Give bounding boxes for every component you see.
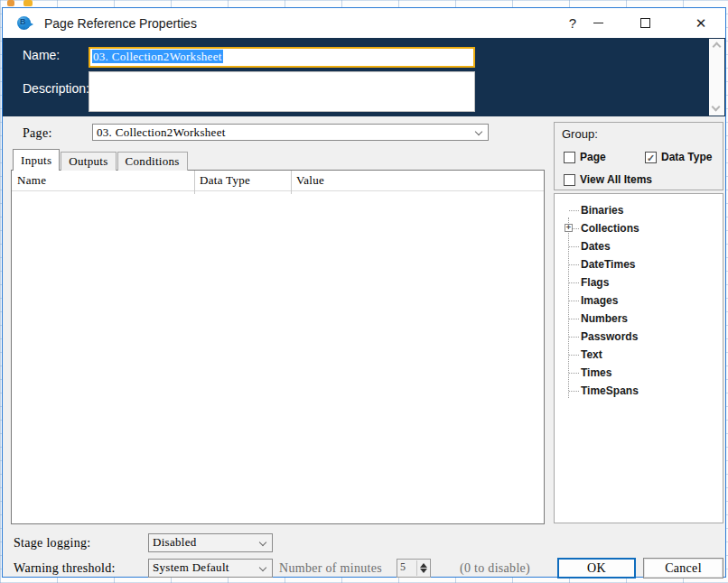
tree-item-collections[interactable]: +Collections bbox=[555, 219, 723, 237]
checkbox-checked-icon[interactable]: ✓ bbox=[645, 152, 657, 163]
tree-item-numbers[interactable]: Numbers bbox=[555, 310, 723, 328]
inputs-list[interactable]: Name Data Type Value bbox=[11, 170, 545, 524]
name-label: Name: bbox=[23, 48, 60, 62]
tree-item-times[interactable]: Times bbox=[555, 364, 723, 382]
window-title: Page Reference Properties bbox=[44, 16, 197, 31]
tree-item-binaries[interactable]: Binaries bbox=[555, 201, 723, 219]
cancel-button[interactable]: Cancel bbox=[643, 558, 723, 578]
group-panel: Group: Page ✓ Data Type View All Items bbox=[554, 122, 723, 190]
expand-icon[interactable]: + bbox=[565, 224, 573, 232]
stage-logging-dropdown[interactable]: Disabled bbox=[148, 533, 273, 552]
help-button[interactable]: ? bbox=[561, 15, 584, 31]
description-textarea[interactable] bbox=[89, 71, 475, 112]
tree-item-flags[interactable]: Flags bbox=[555, 273, 723, 292]
blue-prism-page-icon bbox=[17, 16, 35, 31]
list-header: Name Data Type Value bbox=[12, 171, 544, 191]
column-divider bbox=[291, 171, 292, 194]
spinner-down-icon[interactable] bbox=[420, 569, 427, 573]
close-button[interactable]: ✕ bbox=[686, 15, 716, 32]
chevron-down-icon bbox=[259, 539, 266, 546]
warning-threshold-dropdown[interactable]: System Default bbox=[148, 559, 273, 578]
background-toolbar-fragment bbox=[23, 0, 33, 6]
page-dropdown[interactable]: 03. Collection2Worksheet bbox=[92, 124, 489, 141]
description-label: Description: bbox=[23, 81, 89, 96]
minutes-value: 5 bbox=[400, 560, 406, 574]
tab-strip: Inputs Outputs Conditions bbox=[13, 149, 189, 171]
group-title: Group: bbox=[562, 127, 598, 141]
tree-item-datetimes[interactable]: DateTimes bbox=[555, 255, 723, 273]
checkbox-page-label: Page bbox=[580, 151, 606, 163]
column-header-data-type[interactable]: Data Type bbox=[200, 173, 250, 188]
stage-logging-label: Stage logging: bbox=[14, 536, 90, 551]
tab-outputs[interactable]: Outputs bbox=[61, 152, 116, 171]
stage-logging-value: Disabled bbox=[153, 535, 197, 549]
column-header-value[interactable]: Value bbox=[296, 173, 324, 188]
tree-item-passwords[interactable]: Passwords bbox=[555, 328, 723, 346]
tab-inputs[interactable]: Inputs bbox=[13, 149, 60, 171]
checkbox-view-all-items[interactable]: View All Items bbox=[564, 173, 652, 186]
chevron-down-icon bbox=[259, 564, 266, 571]
tree-item-timespans[interactable]: TimeSpans bbox=[555, 382, 723, 400]
data-items-tree[interactable]: Binaries +Collections Dates DateTimes Fl… bbox=[554, 193, 723, 523]
checkbox-icon[interactable] bbox=[564, 152, 575, 163]
ok-button[interactable]: OK bbox=[557, 558, 636, 578]
tree-item-dates[interactable]: Dates bbox=[555, 237, 723, 255]
page-label: Page: bbox=[23, 126, 52, 141]
checkbox-view-all-items-label: View All Items bbox=[580, 173, 652, 186]
spinner-up-icon[interactable] bbox=[420, 563, 427, 568]
page-dropdown-value: 03. Collection2Worksheet bbox=[97, 125, 226, 139]
warning-threshold-value: System Default bbox=[153, 560, 229, 574]
maximize-icon bbox=[640, 18, 650, 28]
chevron-down-icon bbox=[475, 128, 482, 135]
warning-threshold-label: Warning threshold: bbox=[14, 561, 116, 576]
column-divider bbox=[194, 171, 195, 194]
scroll-down-icon[interactable] bbox=[712, 103, 721, 112]
zero-to-disable-hint: (0 to disable) bbox=[460, 561, 530, 576]
checkbox-page[interactable]: Page bbox=[564, 151, 606, 163]
description-scrollbar[interactable] bbox=[709, 39, 724, 116]
tab-conditions[interactable]: Conditions bbox=[117, 152, 188, 171]
header-band: Name: 03. Collection2Worksheet Descripti… bbox=[3, 38, 725, 116]
number-of-minutes-label: Number of minutes bbox=[279, 561, 382, 576]
minutes-spinner[interactable]: 5 bbox=[397, 559, 431, 578]
page-reference-properties-dialog: Page Reference Properties ? ✕ Name: 03. … bbox=[2, 7, 726, 578]
background-toolbar-fragment bbox=[7, 0, 14, 6]
checkbox-data-type-label: Data Type bbox=[661, 151, 712, 163]
spinner-buttons[interactable] bbox=[416, 560, 429, 576]
minimize-button[interactable] bbox=[584, 23, 611, 23]
maximize-button[interactable] bbox=[631, 18, 658, 28]
name-input[interactable]: 03. Collection2Worksheet bbox=[89, 47, 475, 68]
tree-item-text[interactable]: Text bbox=[555, 346, 723, 364]
checkbox-data-type[interactable]: ✓ Data Type bbox=[645, 151, 712, 163]
minimize-icon bbox=[593, 23, 603, 23]
title-bar[interactable]: Page Reference Properties ? ✕ bbox=[3, 8, 725, 38]
checkbox-icon[interactable] bbox=[564, 174, 575, 186]
tree-item-images[interactable]: Images bbox=[555, 292, 723, 310]
column-header-name[interactable]: Name bbox=[17, 173, 46, 188]
scroll-up-icon[interactable] bbox=[713, 42, 722, 51]
name-input-selected-text: 03. Collection2Worksheet bbox=[92, 50, 223, 63]
